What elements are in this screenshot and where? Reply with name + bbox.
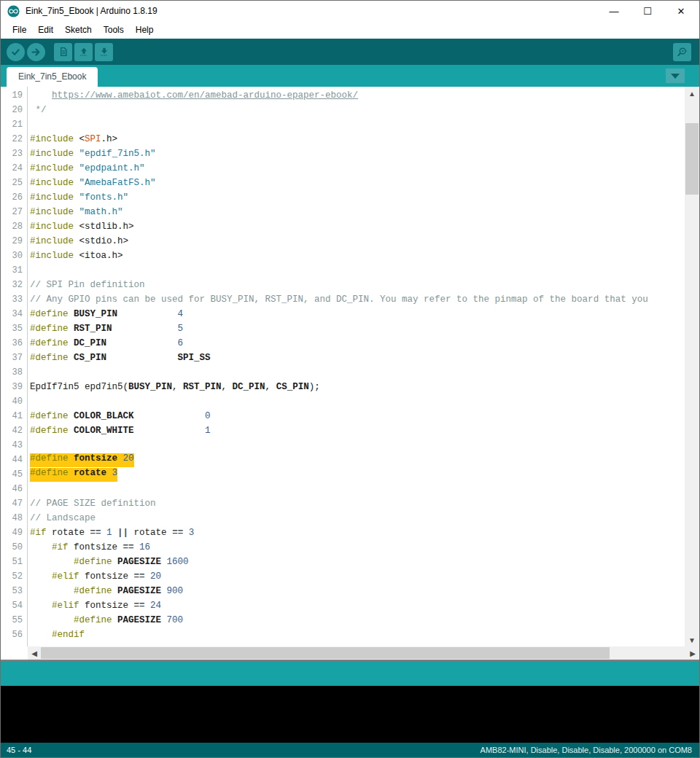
code-text: #define PAGESIZE 1600 [30, 557, 189, 567]
code-text: #include <stdlib.h> [30, 222, 134, 232]
code-line[interactable]: 33// Any GPIO pins can be used for BUSY_… [1, 292, 685, 307]
code-line[interactable]: 45#define rotate 3 [1, 467, 685, 482]
code-line[interactable]: 26#include "fonts.h" [1, 190, 685, 205]
document-icon [58, 46, 69, 58]
code-text: #if fontsize == 16 [30, 542, 150, 552]
code-line[interactable]: 22#include <SPI.h> [1, 132, 685, 146]
line-number: 46 [1, 484, 23, 494]
line-number: 52 [1, 571, 23, 582]
code-line[interactable]: 55 #define PAGESIZE 700 [1, 613, 685, 628]
console-output [1, 686, 699, 743]
line-number: 25 [1, 178, 23, 188]
code-text: #include "AmebaFatFS.h" [30, 178, 156, 188]
code-line[interactable]: 40 [1, 394, 685, 409]
horizontal-scrollbar[interactable]: ◀ ▶ [1, 646, 699, 660]
code-line[interactable]: 43 [1, 438, 685, 453]
code-line[interactable]: 39EpdIf7in5 epd7in5(BUSY_PIN, RST_PIN, D… [1, 380, 685, 394]
code-text: #define PAGESIZE 900 [30, 586, 183, 596]
code-text: https://www.amebaiot.com/en/amebad-ardui… [30, 90, 358, 101]
close-icon[interactable]: ✕ [673, 4, 689, 18]
menu-item-sketch[interactable]: Sketch [59, 23, 98, 37]
code-line[interactable]: 50 #if fontsize == 16 [1, 540, 685, 555]
code-line[interactable]: 42#define COLOR_WHITE 1 [1, 423, 685, 438]
code-line[interactable]: 30#include <itoa.h> [1, 249, 685, 263]
tab-menu-button[interactable] [666, 69, 685, 83]
code-text: #include <SPI.h> [30, 134, 117, 144]
scroll-up-icon[interactable]: ▲ [685, 87, 699, 100]
code-line[interactable]: 24#include "epdpaint.h" [1, 161, 685, 176]
line-number: 40 [1, 396, 23, 407]
arduino-ide-window: Eink_7in5_Ebook | Arduino 1.8.19 — ☐ ✕ F… [0, 0, 700, 758]
code-line[interactable]: 32// SPI Pin definition [1, 278, 685, 292]
arduino-infinity-icon [7, 5, 20, 17]
scroll-down-icon[interactable]: ▼ [685, 633, 699, 646]
horizontal-scroll-thumb[interactable] [41, 647, 610, 659]
line-number: 35 [1, 324, 23, 334]
line-number: 38 [1, 367, 23, 378]
code-line[interactable]: 20 */ [1, 103, 685, 117]
code-line[interactable]: 19 https://www.amebaiot.com/en/amebad-ar… [1, 88, 685, 103]
line-number: 50 [1, 542, 23, 552]
code-line[interactable]: 25#include "AmebaFatFS.h" [1, 176, 685, 190]
code-line[interactable]: 48// Landscape [1, 511, 685, 525]
line-number: 55 [1, 615, 23, 625]
code-text: #define BUSY_PIN 4 [30, 309, 183, 319]
scroll-left-icon[interactable]: ◀ [28, 646, 41, 660]
line-number: 44 [1, 455, 23, 465]
code-line[interactable]: 49#if rotate == 1 || rotate == 3 [1, 525, 685, 540]
code-text: #include "math.h" [30, 207, 123, 217]
line-number: 54 [1, 601, 23, 611]
title-bar: Eink_7in5_Ebook | Arduino 1.8.19 — ☐ ✕ [1, 1, 699, 21]
code-text: #elif fontsize == 20 [30, 571, 161, 582]
vertical-scrollbar[interactable]: ▲ ▼ [685, 87, 699, 646]
code-text: // Landscape [30, 513, 96, 523]
code-line[interactable]: 44#define fontsize 20 [1, 453, 685, 467]
open-button[interactable] [74, 43, 93, 61]
line-number: 53 [1, 586, 23, 596]
code-line[interactable]: 28#include <stdlib.h> [1, 219, 685, 234]
menu-item-edit[interactable]: Edit [32, 23, 59, 37]
code-line[interactable]: 52 #elif fontsize == 20 [1, 569, 685, 584]
code-line[interactable]: 35#define RST_PIN 5 [1, 321, 685, 336]
line-number: 19 [1, 90, 23, 101]
code-line[interactable]: 56 #endif [1, 628, 685, 642]
code-line[interactable]: 54 #elif fontsize == 24 [1, 598, 685, 613]
code-line[interactable]: 31 [1, 263, 685, 278]
code-line[interactable]: 41#define COLOR_BLACK 0 [1, 409, 685, 423]
code-line[interactable]: 53 #define PAGESIZE 900 [1, 584, 685, 598]
upload-button[interactable] [27, 43, 45, 61]
line-number: 39 [1, 382, 23, 392]
line-number: 51 [1, 557, 23, 567]
vertical-scroll-thumb[interactable] [685, 123, 699, 195]
code-line[interactable]: 29#include <stdio.h> [1, 234, 685, 249]
menu-item-help[interactable]: Help [130, 23, 160, 37]
code-line[interactable]: 21 [1, 117, 685, 132]
menu-item-file[interactable]: File [7, 23, 32, 37]
code-line[interactable]: 36#define DC_PIN 6 [1, 336, 685, 351]
line-number: 28 [1, 222, 23, 232]
code-text: #endif [30, 630, 85, 640]
menu-item-tools[interactable]: Tools [98, 23, 130, 37]
line-number: 20 [1, 105, 23, 115]
code-line[interactable]: 23#include "epdif_7in5.h" [1, 146, 685, 161]
minimize-icon[interactable]: — [606, 4, 622, 18]
code-line[interactable]: 47// PAGE SIZE definition [1, 496, 685, 511]
code-line[interactable]: 27#include "math.h" [1, 205, 685, 219]
code-line[interactable]: 51 #define PAGESIZE 1600 [1, 555, 685, 569]
code-line[interactable]: 38 [1, 365, 685, 380]
maximize-icon[interactable]: ☐ [639, 4, 656, 18]
code-text: #elif fontsize == 24 [30, 601, 161, 611]
code-line[interactable]: 34#define BUSY_PIN 4 [1, 307, 685, 321]
code-text: #define PAGESIZE 700 [30, 615, 183, 625]
code-editor[interactable]: 19 https://www.amebaiot.com/en/amebad-ar… [1, 87, 699, 646]
line-number: 21 [1, 120, 23, 130]
save-button[interactable] [95, 43, 113, 61]
serial-monitor-button[interactable] [673, 43, 691, 61]
scroll-right-icon[interactable]: ▶ [686, 646, 699, 660]
tab-eink-7in5-ebook[interactable]: Eink_7in5_Ebook [7, 67, 98, 87]
code-text: #define RST_PIN 5 [30, 324, 183, 334]
code-line[interactable]: 37#define CS_PIN SPI_SS [1, 351, 685, 365]
new-sketch-button[interactable] [54, 43, 72, 61]
code-line[interactable]: 46 [1, 482, 685, 496]
verify-button[interactable] [7, 43, 25, 61]
